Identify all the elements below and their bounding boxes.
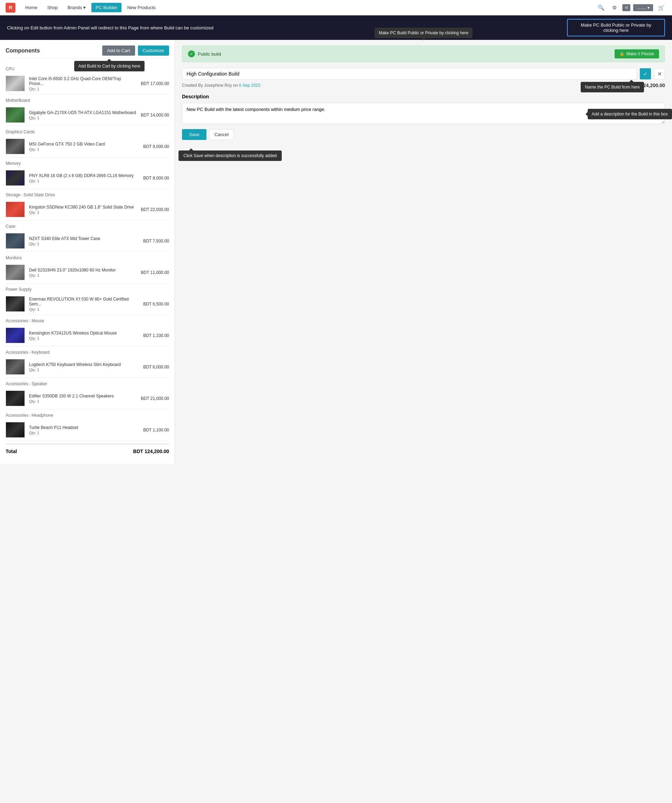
category-mouse-header: Accessories › Mouse: [6, 316, 169, 325]
add-to-cart-button[interactable]: Add to Cart: [102, 46, 135, 55]
category-cpu: CPU Intel Core i5-6500 3.2 GHz Quad-Core…: [6, 64, 169, 94]
customize-button[interactable]: Customize: [138, 46, 169, 55]
category-motherboard: MotherBoard Gigabyte GA-Z170X-UD5 TH ATX…: [6, 96, 169, 126]
component-name: PNY XLR8 16 GB (2 x 8 GB) DDR4-2666 CL16…: [29, 173, 139, 178]
component-name: Enermax REVOLUTION X't 530 W 80+ Gold Ce…: [29, 297, 139, 307]
public-private-tooltip: Make PC Build Public or Private by click…: [374, 28, 472, 38]
nav-brands[interactable]: Brands ▾: [63, 3, 90, 12]
component-price: BDT 1,100.00: [143, 428, 169, 432]
component-price: BDT 1,100.00: [143, 333, 169, 338]
table-row: Intel Core i5-6500 3.2 GHz Quad-Core OEM…: [6, 73, 169, 94]
component-image: [6, 296, 25, 312]
nav-new-products[interactable]: New Products: [123, 3, 159, 12]
component-image: [6, 107, 25, 123]
component-image: [6, 327, 25, 343]
nav-shop[interactable]: Shop: [43, 3, 62, 12]
component-name: NZXT S340 Elite ATX Mid Tower Case: [29, 236, 139, 241]
description-actions: Save Cancel Click Save when description …: [182, 129, 665, 140]
user-menu[interactable]: ........ ▾: [633, 4, 653, 11]
component-price: BDT 22,000.00: [141, 207, 169, 212]
creator-date-link[interactable]: 6 Sep 2022: [239, 83, 260, 88]
description-textarea[interactable]: New PC Build with the latest components …: [182, 103, 665, 124]
component-price: BDT 11,000.00: [141, 270, 169, 275]
category-memory: Memory PNY XLR8 16 GB (2 x 8 GB) DDR4-26…: [6, 159, 169, 189]
component-price: BDT 6,000.00: [143, 364, 169, 369]
table-row: Kingston SSDNow KC380 240 GB 1.8" Solid …: [6, 199, 169, 220]
category-gpu-header: Graphics Cards: [6, 127, 169, 136]
category-monitors: Monitors Dell S2319HN 23.0" 1920x1080 60…: [6, 253, 169, 283]
nav-pc-builder[interactable]: PC Builder: [91, 3, 122, 12]
table-row: Kensington K72412US Wireless Optical Mou…: [6, 325, 169, 346]
component-name: Logitech K750 Keyboard Wireless Slim Key…: [29, 362, 139, 367]
component-qty: Qty: 1: [29, 336, 139, 340]
component-price: BDT 9,000.00: [143, 144, 169, 149]
component-price: BDT 6,500.00: [143, 302, 169, 307]
component-image: [6, 233, 25, 249]
table-row: Enermax REVOLUTION X't 530 W 80+ Gold Ce…: [6, 293, 169, 315]
public-build-bar: Make PC Build Public or Private by click…: [182, 46, 665, 62]
category-keyboard: Accessories › Keyboard Logitech K750 Key…: [6, 348, 169, 378]
category-motherboard-header: MotherBoard: [6, 96, 169, 104]
confirm-name-button[interactable]: ✓: [640, 68, 651, 80]
component-price: BDT 17,000.00: [141, 81, 169, 86]
component-image: [6, 170, 25, 186]
left-panel: Components Add to Cart Customize Add Bui…: [0, 40, 175, 464]
category-psu: Power Supply Enermax REVOLUTION X't 530 …: [6, 285, 169, 315]
build-name-row: ✓ ✕ Name the PC Build from here: [182, 68, 665, 80]
component-name: Intel Core i5-6500 3.2 GHz Quad-Core OEM…: [29, 76, 137, 86]
table-row: MSI GeForce GTX 750 2 GB Video Card Qty:…: [6, 136, 169, 158]
lock-icon: 🔒: [620, 52, 625, 56]
description-section: Description New PC Build with the latest…: [182, 94, 665, 140]
cancel-button[interactable]: Cancel: [209, 129, 234, 140]
component-qty: Qty: 1: [29, 368, 139, 372]
navbar: R Home Shop Brands ▾ PC Builder New Prod…: [0, 0, 672, 15]
category-headphone-header: Accessories › Headphone: [6, 411, 169, 419]
component-qty: Qty: 1: [29, 179, 139, 183]
component-name: Kensington K72412US Wireless Optical Mou…: [29, 331, 139, 336]
check-icon: ✓: [643, 71, 648, 76]
component-image: [6, 390, 25, 406]
category-case: Case NZXT S340 Elite ATX Mid Tower Case …: [6, 222, 169, 252]
component-image: [6, 422, 25, 438]
category-storage-header: Storage › Solid State Drive: [6, 190, 169, 199]
make-private-button[interactable]: 🔒 Make it Private: [615, 49, 659, 59]
component-image: [6, 202, 25, 217]
build-name-tooltip: Name the PC Build from here: [581, 82, 644, 93]
component-price: BDT 14,000.00: [141, 113, 169, 117]
public-label: Public build: [198, 52, 221, 57]
save-button[interactable]: Save: [182, 129, 207, 140]
component-qty: Qty: 1: [29, 273, 137, 278]
component-qty: Qty: 1: [29, 116, 137, 120]
language-selector[interactable]: বা: [622, 4, 630, 11]
description-title: Description: [182, 94, 665, 99]
make-private-label: Make it Private: [626, 52, 654, 56]
component-price: BDT 7,500.00: [143, 239, 169, 244]
component-name: Gigabyte GA-Z170X-UD5 TH ATX LGA1151 Mot…: [29, 110, 137, 115]
table-row: Turtle Beach P11 Headset Qty: 1 BDT 1,10…: [6, 419, 169, 441]
table-row: NZXT S340 Elite ATX Mid Tower Case Qty: …: [6, 230, 169, 252]
settings-icon[interactable]: ⚙: [609, 2, 620, 13]
table-row: Logitech K750 Keyboard Wireless Slim Key…: [6, 356, 169, 378]
table-row: Edifier S350DB 150 W 2.1 Channel Speaker…: [6, 388, 169, 410]
component-name: Turtle Beach P11 Headset: [29, 425, 139, 430]
components-title: Components: [6, 47, 40, 54]
site-logo: R: [6, 3, 15, 13]
cart-icon[interactable]: 🛒: [656, 2, 666, 13]
right-panel: Make PC Build Public or Private by click…: [175, 40, 672, 464]
search-icon[interactable]: 🔍: [596, 2, 606, 13]
component-image: [6, 359, 25, 375]
component-image: [6, 265, 25, 280]
components-list: CPU Intel Core i5-6500 3.2 GHz Quad-Core…: [6, 64, 169, 441]
component-name: Edifier S350DB 150 W 2.1 Channel Speaker…: [29, 393, 137, 398]
component-image: [6, 138, 25, 154]
table-row: PNY XLR8 16 GB (2 x 8 GB) DDR4-2666 CL16…: [6, 167, 169, 189]
build-name-input[interactable]: [182, 68, 637, 80]
nav-home[interactable]: Home: [21, 3, 42, 12]
save-tooltip: Click Save when description is successfu…: [179, 150, 282, 161]
creator-info: Created By Josephine Roy on 6 Sep 2022: [182, 83, 260, 88]
component-qty: Qty: 1: [29, 210, 137, 215]
total-price: BDT 124,200.00: [133, 449, 169, 454]
close-name-button[interactable]: ✕: [654, 68, 665, 80]
category-monitors-header: Monitors: [6, 253, 169, 262]
category-gpu: Graphics Cards MSI GeForce GTX 750 2 GB …: [6, 127, 169, 158]
